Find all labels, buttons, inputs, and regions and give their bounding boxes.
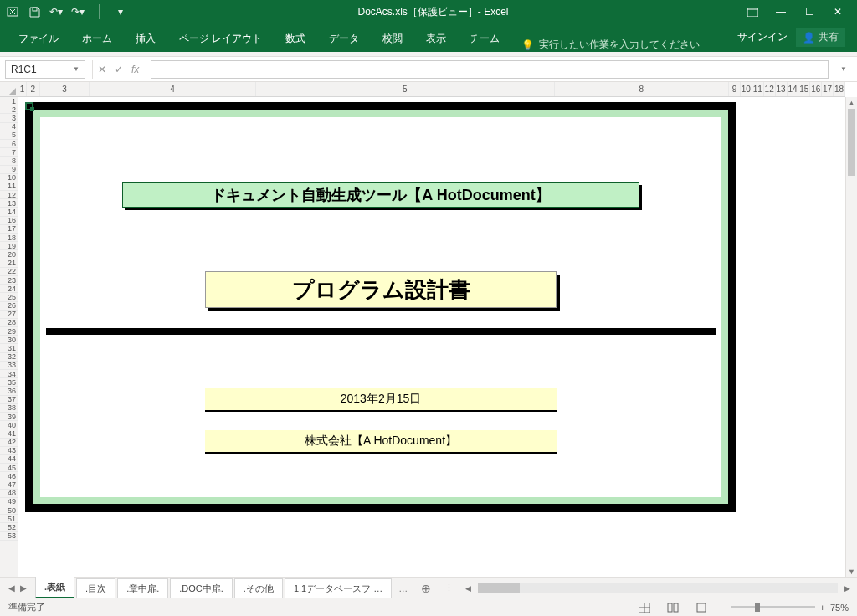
row-header[interactable]: 16 [0, 217, 18, 225]
tab-home[interactable]: ホーム [70, 26, 124, 52]
row-header[interactable]: 4 [0, 123, 18, 131]
zoom-in-icon[interactable]: + [820, 603, 825, 613]
horizontal-scrollbar[interactable]: ◀ ▶ [459, 583, 857, 593]
add-sheet-icon[interactable]: ⊕ [413, 582, 439, 595]
sheet-nav-prev-icon[interactable]: ◀ [8, 583, 15, 593]
col-header[interactable]: 15 [798, 82, 810, 96]
cells-area[interactable]: ドキュメント自動生成ツール【A HotDocument】 プログラム設計書 20… [18, 97, 845, 578]
col-header[interactable]: 9 [729, 82, 741, 96]
row-header[interactable]: 36 [0, 387, 18, 395]
scroll-down-icon[interactable]: ▼ [848, 566, 855, 578]
row-header[interactable]: 51 [0, 515, 18, 523]
tab-data[interactable]: データ [317, 26, 371, 52]
col-header[interactable]: 3 [40, 82, 90, 96]
cancel-icon[interactable]: ✕ [98, 64, 106, 75]
row-header[interactable]: 49 [0, 498, 18, 506]
col-header[interactable]: 4 [90, 82, 255, 96]
col-header[interactable]: 12 [764, 82, 776, 96]
tab-team[interactable]: チーム [458, 26, 511, 52]
zoom-value[interactable]: 75% [830, 603, 849, 613]
col-header[interactable]: 14 [788, 82, 799, 96]
row-header[interactable]: 38 [0, 404, 18, 413]
row-header[interactable]: 13 [0, 199, 18, 208]
share-button[interactable]: 👤 共有 [796, 28, 845, 47]
sheet-nav-next-icon[interactable]: ▶ [20, 583, 27, 593]
qa-customize-icon[interactable]: ▾ [115, 6, 126, 18]
formula-input[interactable] [151, 60, 829, 79]
row-header[interactable]: 22 [0, 268, 18, 276]
tab-review[interactable]: 校閲 [371, 26, 414, 52]
col-header[interactable]: 1 [18, 82, 27, 96]
sheet-tab[interactable]: .その他 [234, 578, 283, 598]
row-header[interactable]: 3 [0, 114, 18, 122]
row-header[interactable]: 18 [0, 234, 18, 242]
col-header[interactable]: 8 [555, 82, 729, 96]
row-header[interactable]: 20 [0, 250, 18, 259]
row-header[interactable]: 28 [0, 319, 18, 327]
row-header[interactable]: 23 [0, 276, 18, 285]
row-header[interactable]: 32 [0, 353, 18, 362]
col-header[interactable]: 5 [256, 82, 555, 96]
col-header[interactable]: 18 [834, 82, 845, 96]
tab-insert[interactable]: 挿入 [124, 26, 167, 52]
close-icon[interactable]: ✕ [832, 6, 844, 18]
col-header[interactable]: 2 [27, 82, 40, 96]
sheet-tab[interactable]: .表紙 [35, 577, 74, 598]
scroll-left-icon[interactable]: ◀ [465, 584, 471, 593]
tab-file[interactable]: ファイル [7, 26, 70, 52]
scroll-right-icon[interactable]: ▶ [844, 584, 850, 593]
tab-pagelayout[interactable]: ページ レイアウト [167, 26, 274, 52]
row-header[interactable]: 24 [0, 285, 18, 293]
name-box[interactable]: R1C1 ▼ [5, 60, 85, 79]
column-headers[interactable]: 1 2 3 4 5 8 9 10 11 12 13 14 15 16 17 18 [18, 82, 845, 97]
row-header[interactable]: 52 [0, 523, 18, 531]
maximize-icon[interactable]: ☐ [803, 6, 815, 18]
row-header[interactable]: 37 [0, 396, 18, 404]
hscroll-thumb[interactable] [478, 583, 520, 593]
col-header[interactable]: 11 [752, 82, 764, 96]
vertical-scrollbar[interactable]: ▲ ▼ [845, 97, 857, 578]
row-header[interactable]: 29 [0, 327, 18, 336]
sheet-tab[interactable]: .章中扉. [117, 578, 168, 598]
row-header[interactable]: 27 [0, 311, 18, 319]
scroll-thumb[interactable] [848, 109, 855, 176]
row-header[interactable]: 31 [0, 344, 18, 352]
row-header[interactable]: 10 [0, 174, 18, 182]
row-header[interactable]: 2 [0, 105, 18, 114]
row-header[interactable]: 43 [0, 447, 18, 455]
tell-me-box[interactable]: 💡 実行したい作業を入力してください [511, 38, 732, 52]
row-header[interactable]: 11 [0, 182, 18, 191]
save-icon[interactable] [28, 6, 40, 18]
row-header[interactable]: 53 [0, 532, 18, 541]
col-header[interactable]: 16 [810, 82, 822, 96]
view-pagebreak-icon[interactable] [692, 600, 711, 615]
formula-bar-expand-icon[interactable]: ▼ [835, 65, 852, 73]
name-box-dropdown-icon[interactable]: ▼ [73, 65, 80, 73]
row-header[interactable]: 34 [0, 370, 18, 378]
zoom-out-icon[interactable]: − [721, 603, 726, 613]
row-header[interactable]: 40 [0, 421, 18, 429]
select-all-corner[interactable] [0, 82, 18, 97]
ribbon-options-icon[interactable] [747, 6, 758, 18]
row-header[interactable]: 44 [0, 455, 18, 464]
row-header[interactable]: 7 [0, 148, 18, 157]
row-header[interactable]: 26 [0, 302, 18, 311]
sheet-tabs-more-icon[interactable]: … [393, 583, 413, 593]
col-header[interactable]: 17 [822, 82, 834, 96]
view-normal-icon[interactable] [635, 600, 654, 615]
confirm-icon[interactable]: ✓ [115, 64, 123, 75]
row-header[interactable]: 25 [0, 293, 18, 301]
row-header[interactable]: 19 [0, 242, 18, 250]
row-header[interactable]: 12 [0, 191, 18, 199]
sheet-tab[interactable]: .目次 [76, 578, 115, 598]
redo-icon[interactable]: ↷▾ [72, 6, 84, 18]
row-header[interactable]: 47 [0, 480, 18, 489]
col-header[interactable]: 13 [776, 82, 788, 96]
row-headers[interactable]: 1234567891011121314161718192021222324252… [0, 82, 18, 578]
minimize-icon[interactable]: — [775, 6, 787, 18]
fx-icon[interactable]: fx [131, 64, 139, 75]
row-header[interactable]: 5 [0, 131, 18, 140]
row-header[interactable]: 8 [0, 157, 18, 165]
row-header[interactable]: 41 [0, 429, 18, 438]
row-header[interactable]: 35 [0, 378, 18, 387]
